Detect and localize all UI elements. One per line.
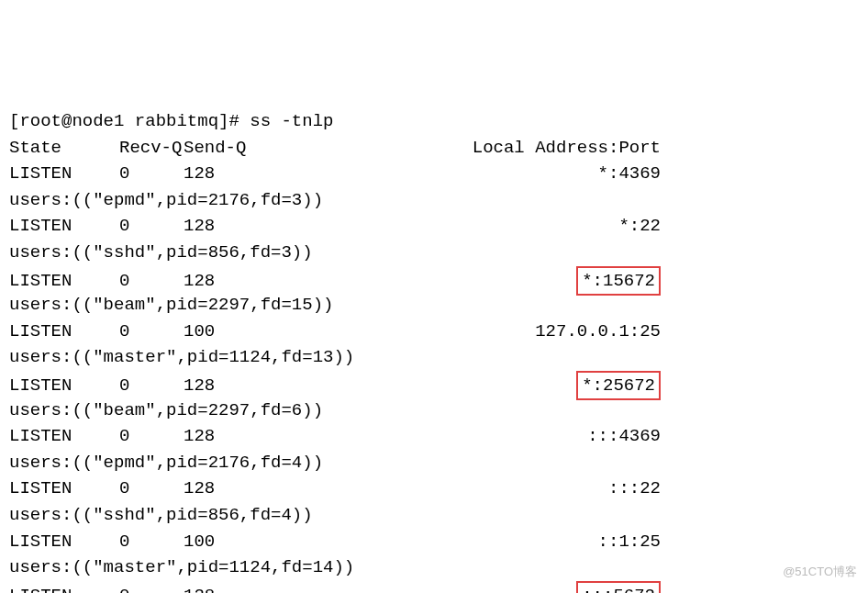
cell-state: LISTEN [9,319,119,345]
cell-sendq: 128 [184,213,266,240]
cell-state: LISTEN [9,268,119,295]
cell-sendq: 128 [184,423,266,450]
cell-addr: :::22 [266,476,661,502]
cell-state: LISTEN [9,213,119,240]
highlight-box: *:25672 [576,371,661,401]
users-line: users:(("master",pid=1124,fd=14)) [9,554,859,581]
users-line: users:(("master",pid=1124,fd=13)) [9,344,859,371]
users-line: users:(("epmd",pid=2176,fd=3)) [9,187,859,214]
cell-sendq: 128 [184,268,266,295]
cell-addr: ::1:25 [266,529,661,555]
prompt-line: [root@node1 rabbitmq]# ss -tnlp [9,108,859,135]
terminal-output: [root@node1 rabbitmq]# ss -tnlpStateRecv… [9,108,859,593]
header-recvq: Recv-Q [119,135,184,162]
cell-state: LISTEN [9,476,119,502]
cell-sendq: 128 [184,373,266,399]
users-line: users:(("sshd",pid=856,fd=4)) [9,502,859,529]
cell-recvq: 0 [119,319,184,345]
users-line: users:(("beam",pid=2297,fd=6)) [9,397,859,424]
cell-recvq: 0 [119,423,184,450]
cell-recvq: 0 [119,529,184,555]
cell-state: LISTEN [9,529,119,555]
cell-addr: :::5672 [266,581,661,593]
cell-addr: *:22 [266,213,661,240]
users-line: users:(("sshd",pid=856,fd=3)) [9,240,859,266]
socket-row: LISTEN0128:::22 [9,476,859,502]
socket-row: LISTEN0100127.0.0.1:25 [9,319,859,345]
cell-sendq: 128 [184,476,266,502]
socket-row: LISTEN0128*:22 [9,213,859,240]
cell-recvq: 0 [119,213,184,240]
highlight-box: :::5672 [576,581,661,593]
cell-sendq: 128 [184,161,266,187]
cell-state: LISTEN [9,161,119,187]
cell-recvq: 0 [119,268,184,295]
socket-row: LISTEN0128*:4369 [9,161,859,187]
socket-row: LISTEN0128*:25672 [9,371,859,397]
cell-state: LISTEN [9,583,119,593]
users-line: users:(("epmd",pid=2176,fd=4)) [9,450,859,476]
cell-state: LISTEN [9,423,119,450]
watermark-text: @51CTO博客 [783,563,857,581]
highlight-box: *:15672 [576,266,661,296]
header-sendq: Send-Q [184,135,266,162]
cell-addr: :::4369 [266,423,661,450]
socket-row: LISTEN0100::1:25 [9,529,859,555]
cell-recvq: 0 [119,373,184,399]
socket-row: LISTEN0128*:15672 [9,266,859,293]
header-line: StateRecv-QSend-QLocal Address:Port [9,135,859,162]
cell-addr: *:4369 [266,161,661,187]
header-addr: Local Address:Port [266,135,661,162]
cell-addr: *:25672 [266,371,661,401]
header-state: State [9,135,119,162]
cell-sendq: 100 [184,529,266,555]
cell-sendq: 100 [184,319,266,345]
socket-row: LISTEN0128:::4369 [9,423,859,450]
socket-row: LISTEN0128:::5672 [9,581,859,593]
cell-recvq: 0 [119,161,184,187]
cell-state: LISTEN [9,373,119,399]
cell-recvq: 0 [119,583,184,593]
cell-recvq: 0 [119,476,184,502]
cell-sendq: 128 [184,583,266,593]
users-line: users:(("beam",pid=2297,fd=15)) [9,292,859,319]
cell-addr: 127.0.0.1:25 [266,319,661,345]
